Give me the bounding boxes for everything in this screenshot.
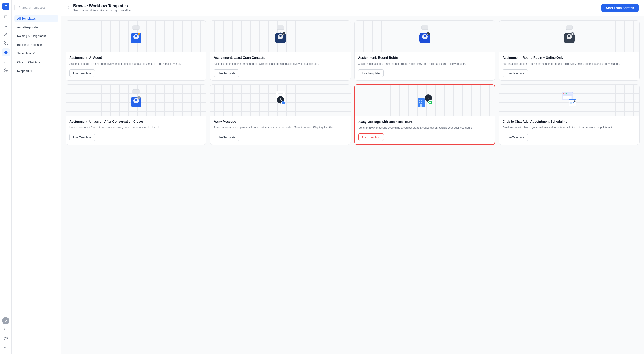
card-image-ai-agent <box>66 21 206 52</box>
nav-reports[interactable] <box>2 57 10 65</box>
nav-contacts[interactable] <box>2 30 10 38</box>
svg-point-18 <box>135 35 137 37</box>
search-box[interactable] <box>14 3 58 11</box>
svg-point-1 <box>5 33 6 34</box>
sidebar-item-business[interactable]: Business Processes <box>14 41 58 48</box>
template-card-round-robin-online: Assignment: Round Robin + Online Only As… <box>499 20 640 81</box>
svg-rect-12 <box>134 27 135 27</box>
svg-point-19 <box>138 32 140 35</box>
card-image-business-hours <box>355 85 495 116</box>
sidebar-item-auto[interactable]: Auto-Responder <box>14 24 58 31</box>
use-template-btn-least-contacts[interactable]: Use Template <box>214 69 239 77</box>
start-scratch-button[interactable]: Start From Scratch <box>601 4 638 12</box>
user-avatar[interactable]: U <box>2 317 10 324</box>
card-body-round-robin: Assignment: Round Robin Assign a contact… <box>354 52 495 69</box>
card-body-ai-agent: Assignment: AI Agent Assign a contact to… <box>66 52 206 69</box>
card-title-unassign: Assignment: Unassign After Conversation … <box>70 120 202 124</box>
svg-rect-31 <box>424 27 425 27</box>
nav-notifications[interactable] <box>2 325 10 333</box>
card-title-round-robin-online: Assignment: Round Robin + Online Only <box>502 56 636 60</box>
svg-line-10 <box>20 8 20 8</box>
card-body-unassign: Assignment: Unassign After Conversation … <box>66 116 206 134</box>
nav-checkmark[interactable] <box>2 343 10 351</box>
card-desc-round-robin-online: Assign a contact to an online team membe… <box>502 62 636 66</box>
page-title: Browse Workflow Templates <box>73 3 131 8</box>
svg-point-45 <box>568 35 570 37</box>
card-title-ai-agent: Assignment: AI Agent <box>70 56 202 60</box>
content-area: Browse Workflow Templates Select a templ… <box>61 0 644 354</box>
nav-inbox[interactable] <box>2 21 10 30</box>
svg-rect-49 <box>134 91 135 91</box>
svg-rect-69 <box>419 100 420 101</box>
main-container: All Templates Auto-Responder Routing & A… <box>12 0 644 354</box>
svg-rect-32 <box>425 27 426 27</box>
svg-marker-2 <box>4 51 8 54</box>
nav-grid[interactable]: ⊞ <box>2 12 10 21</box>
use-template-btn-away-message[interactable]: Use Template <box>214 134 239 141</box>
card-desc-away-message: Send an away message every time a contac… <box>214 126 347 130</box>
nav-settings[interactable] <box>2 66 10 74</box>
svg-rect-14 <box>136 27 138 27</box>
sidebar-item-all[interactable]: All Templates <box>14 15 58 22</box>
svg-rect-90 <box>570 103 570 104</box>
sidebar-item-respond[interactable]: Respond AI <box>14 67 58 74</box>
svg-rect-40 <box>568 27 569 27</box>
use-template-btn-round-robin[interactable]: Use Template <box>358 69 384 77</box>
svg-rect-73 <box>420 104 422 107</box>
svg-point-46 <box>571 32 574 35</box>
card-desc-least-contacts: Assign a contact to the team member with… <box>214 62 347 66</box>
use-template-btn-unassign[interactable]: Use Template <box>70 134 95 141</box>
svg-rect-23 <box>281 27 282 27</box>
svg-rect-88 <box>571 102 572 103</box>
nav-help[interactable] <box>2 334 10 342</box>
svg-point-36 <box>424 35 426 37</box>
svg-rect-21 <box>278 27 279 27</box>
card-title-least-contacts: Assignment: Least Open Contacts <box>214 56 347 60</box>
svg-rect-87 <box>570 102 570 103</box>
svg-rect-38 <box>566 25 572 30</box>
sidebar-item-click-chat[interactable]: Click To Chat Ads <box>14 59 58 66</box>
svg-point-79 <box>563 93 564 94</box>
svg-rect-13 <box>135 27 136 27</box>
card-body-business-hours: Away Message with Business Hours Send an… <box>355 116 495 134</box>
svg-rect-30 <box>422 27 424 27</box>
svg-point-9 <box>18 6 20 8</box>
svg-rect-41 <box>570 27 570 27</box>
card-body-least-contacts: Assignment: Least Open Contacts Assign a… <box>210 52 350 69</box>
nav-broadcast[interactable] <box>2 39 10 47</box>
sidebar-item-supervision[interactable]: Supervision &... <box>14 50 58 57</box>
card-image-away-message <box>210 85 350 116</box>
use-template-btn-round-robin-online[interactable]: Use Template <box>502 69 528 77</box>
back-button[interactable] <box>66 5 70 10</box>
svg-point-81 <box>566 93 567 94</box>
use-template-btn-click-chat[interactable]: Use Template <box>502 134 528 141</box>
svg-rect-11 <box>133 25 140 30</box>
search-icon <box>17 5 20 9</box>
svg-rect-29 <box>422 25 428 30</box>
template-grid-wrapper: Assignment: AI Agent Assign a contact to… <box>61 16 644 354</box>
use-template-btn-ai-agent[interactable]: Use Template <box>70 69 95 77</box>
card-desc-business-hours: Send an away message every time a contac… <box>358 126 491 130</box>
template-card-ai-agent: Assignment: AI Agent Assign a contact to… <box>66 20 206 81</box>
svg-rect-22 <box>280 27 280 27</box>
card-image-round-robin-online <box>499 21 639 52</box>
search-input[interactable] <box>22 6 60 9</box>
nav-workflows[interactable] <box>2 48 10 56</box>
svg-rect-48 <box>133 89 140 93</box>
card-image-least-contacts <box>210 21 350 52</box>
sidebar-item-routing[interactable]: Routing & Assignment <box>14 32 58 39</box>
card-image-click-chat <box>499 85 639 116</box>
svg-rect-20 <box>277 25 284 30</box>
use-template-btn-business-hours[interactable]: Use Template <box>358 133 384 141</box>
card-body-round-robin-online: Assignment: Round Robin + Online Only As… <box>499 52 639 69</box>
svg-point-47 <box>572 34 572 34</box>
header-title-block: Browse Workflow Templates Select a templ… <box>73 3 131 12</box>
svg-rect-51 <box>136 91 138 91</box>
card-desc-click-chat: Provide contact a link to your business … <box>502 126 636 130</box>
card-title-business-hours: Away Message with Business Hours <box>358 120 491 124</box>
card-desc-round-robin: Assign a contact to a team member round … <box>358 62 491 66</box>
svg-point-27 <box>279 35 282 37</box>
brand-logo[interactable]: C <box>2 3 10 10</box>
card-title-round-robin: Assignment: Round Robin <box>358 56 491 60</box>
icon-sidebar: C ⊞ U <box>0 0 12 354</box>
